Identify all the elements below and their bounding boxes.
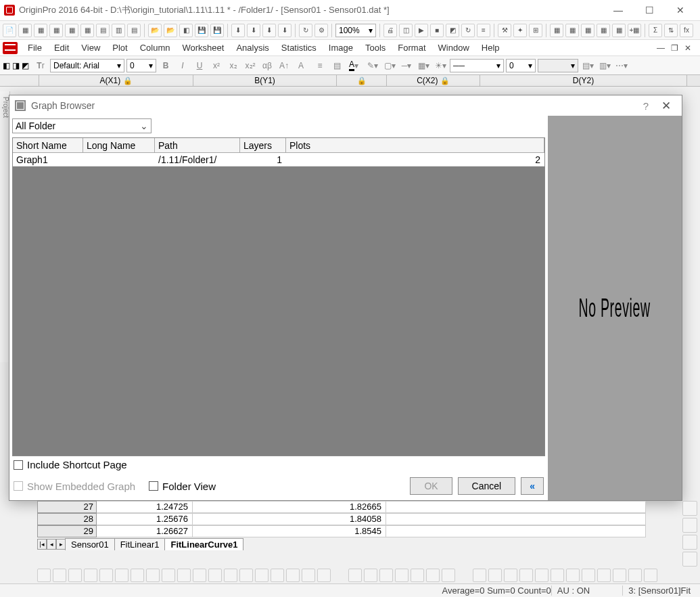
menu-image[interactable]: Image [323, 41, 359, 54]
font-inc-button[interactable]: A↑ [277, 59, 291, 72]
print-button[interactable]: 🖨 [383, 24, 397, 37]
th-layers[interactable]: Layers [240, 138, 286, 152]
merge-button[interactable] [682, 518, 697, 533]
tb-button-4[interactable]: ▦ [581, 24, 594, 37]
tb-button-3[interactable]: ▦ [565, 24, 579, 37]
copy-format-button[interactable]: ◧ [3, 61, 10, 70]
spectrum-button[interactable] [582, 569, 595, 582]
tab-nav-first[interactable]: |◂ [37, 539, 47, 550]
line-style-button[interactable]: ─▾ [399, 59, 414, 72]
duplicate-button[interactable]: ◫ [399, 24, 413, 37]
3d-color-button[interactable] [535, 569, 549, 582]
menu-help[interactable]: Help [475, 41, 506, 54]
matrix-plot-button[interactable] [504, 569, 517, 582]
menu-edit[interactable]: Edit [48, 41, 75, 54]
tab-sensor01[interactable]: Sensor01 [65, 538, 115, 550]
th-plots[interactable]: Plots [286, 138, 544, 152]
4panel-button[interactable] [255, 569, 269, 582]
col-d-label[interactable]: D(Y2) [573, 76, 594, 85]
color-swatch[interactable]: ▾ [538, 59, 578, 72]
3d-mesh-button[interactable] [551, 569, 564, 582]
maximize-button[interactable]: ☐ [634, 0, 665, 20]
fontsize-combo[interactable]: 0▾ [126, 59, 156, 72]
tb-button-2[interactable]: ≡ [477, 24, 490, 37]
folder-filter-dropdown[interactable]: All Folder ⌄ [12, 118, 151, 133]
surf-fill-button[interactable] [628, 569, 642, 582]
font-combo[interactable]: Default: Arial▾ [50, 59, 124, 72]
color-mapped-button[interactable] [597, 569, 611, 582]
menu-view[interactable]: View [75, 41, 106, 54]
3d-waterfall-button[interactable] [442, 569, 455, 582]
menu-statistics[interactable]: Statistics [275, 41, 323, 54]
mdi-close-button[interactable]: ✕ [682, 43, 693, 53]
sort-button[interactable]: ⇅ [664, 24, 678, 37]
bar-plot-button[interactable] [99, 569, 113, 582]
contour-button[interactable] [286, 569, 300, 582]
font-dec-button[interactable]: A [294, 59, 308, 72]
3d-func-button[interactable] [613, 569, 626, 582]
video-button[interactable]: ■ [430, 24, 444, 37]
cancel-button[interactable]: Cancel [458, 477, 516, 495]
extract-button[interactable] [682, 535, 697, 550]
stats-button[interactable]: Σ [649, 24, 662, 37]
show-embedded-checkbox[interactable]: Show Embedded Graph [14, 481, 135, 492]
superscript-button[interactable]: x² [209, 59, 224, 72]
open-excel-button[interactable]: ◧ [179, 24, 193, 37]
fx-button[interactable]: fx [680, 24, 693, 37]
3d-ribbon-button[interactable] [426, 569, 440, 582]
import-multi-button[interactable]: ⬇ [262, 24, 276, 37]
3d-scatter-button[interactable] [348, 569, 362, 582]
menu-worksheet[interactable]: Worksheet [177, 41, 231, 54]
subscript-button[interactable]: x₂ [226, 59, 241, 72]
exchange-button[interactable] [682, 552, 697, 567]
tab-nav-next[interactable]: ▸ [56, 539, 66, 550]
import-wizard-button[interactable]: ⬇ [231, 24, 245, 37]
menu-plot[interactable]: Plot [106, 41, 133, 54]
save-button[interactable]: 💾 [195, 24, 208, 37]
bold-button[interactable]: B [158, 59, 173, 72]
supersubscript-button[interactable]: x₂² [243, 59, 258, 72]
hist-plot-button[interactable] [193, 569, 206, 582]
mdi-restore-button[interactable]: ❐ [669, 43, 680, 53]
new-project-button[interactable]: 📄 [3, 24, 16, 37]
new-workbook-button[interactable]: ▦ [18, 24, 32, 37]
3d-wire-button[interactable] [395, 569, 409, 582]
add-column-button[interactable]: ▦ [550, 24, 563, 37]
paste-format-button[interactable]: ◨ [12, 61, 20, 70]
batch-button[interactable]: ⚙ [314, 24, 328, 37]
multi-y-button[interactable] [208, 569, 222, 582]
refresh-button[interactable]: ↻ [461, 24, 475, 37]
new-graph-button[interactable]: ▦ [49, 24, 63, 37]
row-29[interactable]: 29 1.26627 1.8545 [37, 525, 659, 537]
box-plot-button[interactable] [177, 569, 191, 582]
collapse-preview-button[interactable]: « [521, 477, 544, 495]
col-a-label[interactable]: A(X1) [99, 76, 120, 85]
template-library-button[interactable] [473, 569, 486, 582]
reimport-button[interactable]: ⬇ [278, 24, 291, 37]
font-color-button[interactable]: A▾ [346, 59, 361, 72]
col-b-label[interactable]: B(Y1) [254, 76, 275, 85]
underline-button[interactable]: U [192, 59, 207, 72]
greek-button[interactable]: αβ [260, 59, 275, 72]
more-button[interactable]: ⋯▾ [614, 59, 629, 72]
theme-button[interactable]: ◩ [22, 61, 29, 70]
send-graphs-button[interactable]: ◩ [446, 24, 459, 37]
tb-button-5[interactable]: ▦ [597, 24, 610, 37]
line-width-value[interactable]: 0▾ [506, 59, 536, 72]
new-layout-button[interactable]: ▦ [80, 24, 94, 37]
menu-tools[interactable]: Tools [359, 41, 392, 54]
minimize-button[interactable]: — [603, 0, 634, 20]
3d-traj-button[interactable] [566, 569, 580, 582]
menu-file[interactable]: File [22, 41, 48, 54]
line-plot-button[interactable] [37, 569, 51, 582]
th-shortname[interactable]: Short Name [13, 138, 83, 152]
th-path[interactable]: Path [155, 138, 240, 152]
multiline-button[interactable]: ▤ [329, 59, 344, 72]
isosurface-button[interactable] [644, 569, 657, 582]
gradient-button[interactable]: ▥▾ [597, 59, 612, 72]
3d-bar-button[interactable] [379, 569, 393, 582]
recalculate-button[interactable]: ↻ [299, 24, 312, 37]
scatter-plot-button[interactable] [53, 569, 66, 582]
menu-window[interactable]: Window [432, 41, 475, 54]
open-button[interactable]: 📂 [148, 24, 162, 37]
